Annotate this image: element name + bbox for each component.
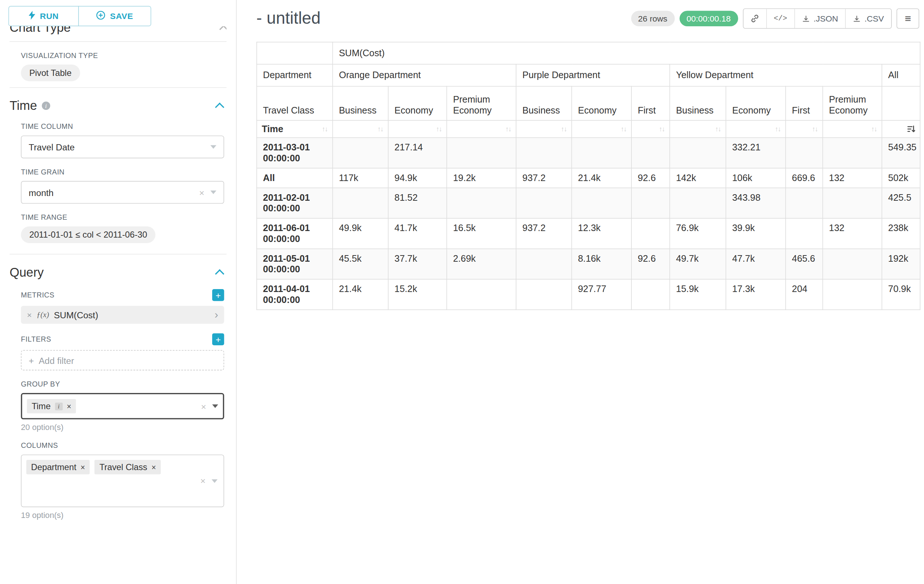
value-cell bbox=[823, 249, 882, 279]
value-cell bbox=[572, 138, 632, 168]
chevron-right-icon[interactable]: › bbox=[215, 309, 218, 320]
sort-icon[interactable]: ↑↓ bbox=[775, 125, 781, 133]
sort-desc-active-icon[interactable] bbox=[907, 125, 915, 133]
chevron-down-icon[interactable] bbox=[211, 479, 217, 482]
export-json-button[interactable]: .JSON bbox=[794, 9, 845, 28]
sort-icon[interactable]: ↑↓ bbox=[659, 125, 665, 133]
plus-circle-icon bbox=[96, 11, 106, 21]
subcolumn-header: Business bbox=[333, 86, 388, 120]
collapse-chevron-icon[interactable] bbox=[219, 26, 226, 34]
view-query-button[interactable]: </> bbox=[766, 9, 794, 28]
value-cell: 47.7k bbox=[726, 249, 786, 279]
column-group-header: All bbox=[882, 64, 920, 87]
value-cell: 132 bbox=[823, 218, 882, 248]
row-label: 2011-05-01 00:00:00 bbox=[257, 249, 333, 279]
share-link-button[interactable] bbox=[743, 9, 766, 28]
table-row: 2011-05-01 00:00:0045.5k37.7k2.69k8.16k9… bbox=[257, 249, 920, 279]
group-by-chip[interactable]: Time i × bbox=[27, 399, 76, 413]
chevron-up-icon[interactable] bbox=[215, 102, 224, 111]
code-icon: </> bbox=[774, 14, 787, 23]
chevron-down-icon[interactable] bbox=[210, 191, 216, 194]
value-cell bbox=[516, 138, 572, 168]
add-metric-button[interactable]: + bbox=[212, 289, 224, 301]
run-button[interactable]: RUN bbox=[8, 6, 79, 26]
chevron-down-icon[interactable] bbox=[210, 145, 216, 149]
value-cell: 549.35 bbox=[882, 138, 920, 168]
value-cell: 94.9k bbox=[388, 168, 447, 188]
function-icon: ƒ(x) bbox=[36, 310, 49, 319]
plus-icon: + bbox=[29, 355, 34, 365]
columns-select[interactable]: Department × Travel Class × × bbox=[21, 454, 224, 507]
subcolumn-header: First bbox=[632, 86, 670, 120]
group-by-select[interactable]: Time i × × bbox=[21, 393, 224, 419]
metric-header: SUM(Cost) bbox=[333, 42, 920, 64]
export-button-group: </> .JSON .CSV bbox=[742, 8, 891, 29]
remove-chip-icon[interactable]: × bbox=[81, 462, 85, 472]
visualization-type-control: VISUALIZATION TYPE Pivot Table bbox=[21, 51, 224, 81]
value-cell: 21.4k bbox=[333, 279, 388, 309]
clear-icon[interactable]: × bbox=[199, 188, 204, 197]
time-section-header[interactable]: Time i bbox=[10, 99, 226, 113]
chevron-up-icon[interactable] bbox=[215, 269, 224, 278]
metric-header-row: SUM(Cost) bbox=[257, 42, 920, 64]
time-range-label: TIME RANGE bbox=[21, 213, 224, 222]
clear-icon[interactable]: × bbox=[201, 402, 206, 411]
subcolumn-header: Premium Economy bbox=[447, 86, 516, 120]
value-cell: 106k bbox=[726, 168, 786, 188]
chart-header: - untitled 26 rows 00:00:00.18 </> .JSON bbox=[256, 8, 919, 29]
time-range-value[interactable]: 2011-01-01 ≤ col < 2011-06-30 bbox=[21, 226, 155, 243]
value-cell bbox=[785, 188, 822, 218]
metric-item[interactable]: × ƒ(x) SUM(Cost) › bbox=[21, 306, 224, 324]
value-cell: 465.6 bbox=[785, 249, 822, 279]
info-icon[interactable]: i bbox=[42, 102, 50, 110]
metrics-label: METRICS bbox=[21, 291, 54, 299]
export-csv-button[interactable]: .CSV bbox=[845, 9, 891, 28]
sort-icon[interactable]: ↑↓ bbox=[436, 125, 442, 133]
remove-chip-icon[interactable]: × bbox=[67, 402, 71, 411]
chart-title[interactable]: - untitled bbox=[256, 9, 321, 28]
chart-type-heading-text: Chart Type bbox=[10, 26, 71, 35]
column-group-header: Yellow Department bbox=[670, 64, 882, 87]
columns-chip[interactable]: Travel Class × bbox=[95, 460, 161, 474]
clear-icon[interactable]: × bbox=[201, 476, 206, 485]
chevron-down-icon[interactable] bbox=[212, 405, 218, 408]
value-cell bbox=[447, 279, 516, 309]
value-cell: 2.69k bbox=[447, 249, 516, 279]
chart-type-section-heading: Chart Type bbox=[10, 26, 226, 35]
more-options-button[interactable]: ≡ bbox=[897, 8, 919, 29]
remove-metric-icon[interactable]: × bbox=[27, 310, 32, 319]
export-json-label: .JSON bbox=[813, 14, 838, 23]
value-cell: 425.5 bbox=[882, 188, 920, 218]
subcolumn-header: Business bbox=[516, 86, 572, 120]
chart-panel: - untitled 26 rows 00:00:00.18 </> .JSON bbox=[237, 0, 924, 584]
sort-icon[interactable]: ↑↓ bbox=[322, 125, 328, 133]
row-label: 2011-04-01 00:00:00 bbox=[257, 279, 333, 309]
sort-icon[interactable]: ↑↓ bbox=[505, 125, 511, 133]
sort-icon[interactable]: ↑↓ bbox=[715, 125, 721, 133]
subcolumn-header: Business bbox=[670, 86, 726, 120]
query-section-header[interactable]: Query bbox=[10, 265, 226, 280]
value-cell: 19.2k bbox=[447, 168, 516, 188]
sort-icon[interactable]: ↑↓ bbox=[561, 125, 567, 133]
sort-icon[interactable]: ↑↓ bbox=[812, 125, 818, 133]
time-column-select[interactable]: Travel Date bbox=[21, 135, 224, 158]
remove-chip-icon[interactable]: × bbox=[152, 462, 156, 472]
value-cell bbox=[632, 279, 670, 309]
value-cell bbox=[572, 188, 632, 218]
visualization-type-value[interactable]: Pivot Table bbox=[21, 64, 79, 81]
value-cell: 16.5k bbox=[447, 218, 516, 248]
value-cell: 142k bbox=[670, 168, 726, 188]
add-filter-button[interactable]: + Add filter bbox=[21, 350, 224, 370]
sort-icon[interactable]: ↑↓ bbox=[621, 125, 627, 133]
columns-chip[interactable]: Department × bbox=[26, 460, 90, 474]
sort-icon[interactable]: ↑↓ bbox=[377, 125, 383, 133]
run-button-label: RUN bbox=[40, 12, 59, 21]
time-grain-select[interactable]: month × bbox=[21, 181, 224, 204]
save-button[interactable]: SAVE bbox=[78, 6, 151, 26]
table-row: 2011-06-01 00:00:0049.9k41.7k16.5k937.21… bbox=[257, 218, 920, 248]
value-cell: 343.98 bbox=[726, 188, 786, 218]
hamburger-icon: ≡ bbox=[905, 12, 911, 25]
column-group-header: Orange Department bbox=[333, 64, 516, 87]
sort-icon[interactable]: ↑↓ bbox=[871, 125, 877, 133]
add-filter-plus-button[interactable]: + bbox=[212, 333, 224, 345]
